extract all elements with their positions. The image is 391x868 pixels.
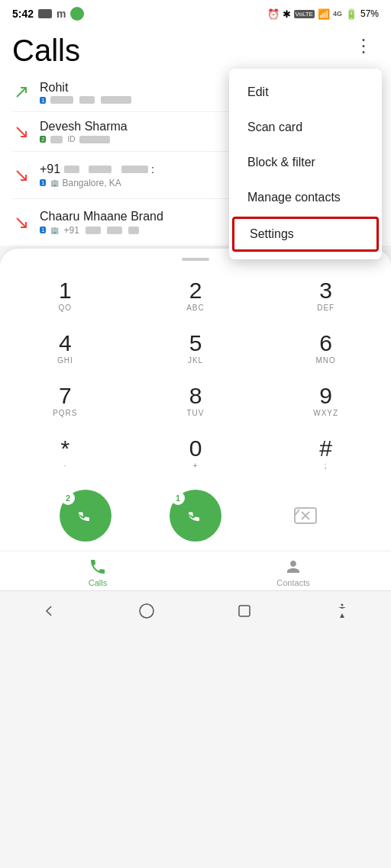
nav-item-contacts[interactable]: Contacts	[196, 558, 391, 587]
nav-item-calls[interactable]: Calls	[0, 558, 196, 587]
back-button[interactable]	[37, 599, 61, 623]
app-icon-m: m	[57, 8, 66, 20]
menu-item-scan-card[interactable]: Scan card	[229, 110, 382, 145]
battery-icon: 🔋	[345, 8, 357, 20]
svg-rect-6	[239, 606, 250, 616]
bluetooth-icon: ✱	[283, 8, 291, 20]
number-blur2	[89, 166, 111, 173]
header: Calls ⋮	[0, 27, 391, 73]
svg-line-3	[17, 218, 26, 227]
menu-item-edit[interactable]: Edit	[229, 75, 382, 110]
recents-button[interactable]	[232, 599, 257, 623]
sim-badge: 1	[40, 179, 46, 186]
dial-key-9[interactable]: 9 WXYZ	[260, 375, 391, 428]
dial-key-star[interactable]: * ·	[0, 428, 131, 481]
dial-key-7[interactable]: 7 PQRS	[0, 375, 131, 428]
signal-icon: 📶	[318, 8, 330, 20]
call-button-sim1[interactable]: 1	[170, 490, 221, 542]
dial-key-3[interactable]: 3 DEF	[260, 270, 391, 323]
number-blur3	[121, 166, 148, 173]
sim-badge: 1	[40, 227, 46, 233]
dialpad-grid: 1 QO 2 ABC 3 DEF 4 GHI 5 JKL 6 MNO 7 PQR…	[0, 270, 391, 481]
app-icon-green	[70, 7, 84, 21]
sim-badge: 2	[40, 136, 46, 143]
more-options-button[interactable]: ⋮	[350, 34, 379, 58]
dial-key-6[interactable]: 6 MNO	[260, 323, 391, 375]
sim-badge-1: 1	[171, 491, 185, 505]
svg-line-1	[17, 127, 26, 137]
menu-item-manage-contacts[interactable]: Manage contacts	[229, 180, 382, 215]
status-time: 5:42	[12, 8, 34, 20]
menu-item-settings[interactable]: Settings	[232, 217, 379, 252]
dial-key-4[interactable]: 4 GHI	[0, 323, 131, 375]
backspace-button[interactable]	[280, 490, 331, 542]
svg-line-2	[17, 171, 26, 180]
page-title: Calls	[12, 34, 80, 67]
svg-point-7	[341, 604, 344, 606]
home-button[interactable]	[134, 599, 159, 623]
call-direction-icon	[12, 83, 31, 101]
number-blur2	[79, 136, 110, 143]
call-direction-icon	[12, 166, 31, 185]
number-blur	[50, 96, 73, 104]
dial-key-5[interactable]: 5 JKL	[131, 323, 261, 375]
dial-key-8[interactable]: 8 TUV	[131, 375, 261, 428]
app-icon-1	[38, 9, 52, 18]
volte-icon: VoLTE	[294, 10, 315, 18]
sim-badge: 1	[40, 97, 46, 104]
number-blur3	[128, 227, 139, 234]
sim-badge-2: 2	[61, 491, 75, 505]
dialpad-handle	[182, 258, 209, 261]
dialpad-actions: 2 1	[0, 481, 391, 551]
status-right: ⏰ ✱ VoLTE 📶 4G 🔋 57%	[267, 8, 379, 20]
nav-label-contacts: Contacts	[276, 578, 309, 587]
svg-line-0	[17, 88, 26, 97]
4g-icon: 4G	[333, 10, 342, 18]
number-blur2	[79, 96, 95, 104]
dial-key-hash[interactable]: # ;	[260, 428, 391, 481]
number-blur3	[101, 96, 131, 104]
alarm-icon: ⏰	[267, 8, 280, 20]
location: Bangalore, KA	[62, 178, 121, 188]
number-blur	[50, 136, 63, 143]
nav-label-calls: Calls	[89, 578, 107, 587]
call-direction-icon	[12, 214, 31, 232]
accessibility-button[interactable]	[330, 599, 354, 623]
svg-point-5	[140, 604, 153, 618]
call-direction-icon	[12, 123, 31, 141]
number-blur2	[107, 227, 122, 234]
number-blur	[86, 227, 101, 234]
menu-item-block-filter[interactable]: Block & filter	[229, 145, 382, 180]
dial-key-0[interactable]: 0 +	[131, 428, 261, 481]
system-nav	[0, 590, 391, 631]
bottom-nav: Calls Contacts	[0, 551, 391, 590]
status-bar: 5:42 m ⏰ ✱ VoLTE 📶 4G 🔋 57%	[0, 0, 391, 27]
number-blur	[64, 166, 79, 173]
status-left: 5:42 m	[12, 7, 84, 21]
dropdown-menu: Edit Scan card Block & filter Manage con…	[229, 69, 382, 259]
dialpad-container: 1 QO 2 ABC 3 DEF 4 GHI 5 JKL 6 MNO 7 PQR…	[0, 249, 391, 551]
battery-level: 57%	[360, 8, 379, 19]
call-button-sim2[interactable]: 2	[60, 490, 111, 542]
dial-key-2[interactable]: 2 ABC	[131, 270, 261, 323]
dial-key-1[interactable]: 1 QO	[0, 270, 131, 323]
